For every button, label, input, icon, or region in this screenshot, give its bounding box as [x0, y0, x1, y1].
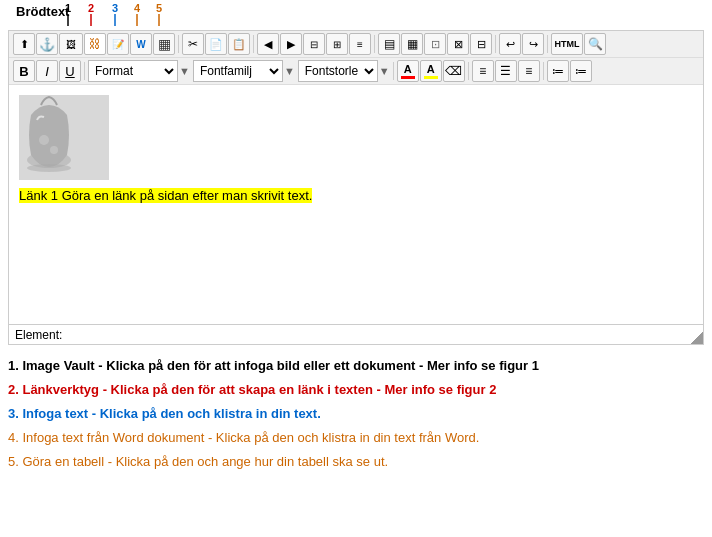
- fontsize-select[interactable]: Fontstorlek: [298, 60, 378, 82]
- table-button[interactable]: ▦: [153, 33, 175, 55]
- cut-button[interactable]: ✂: [182, 33, 204, 55]
- unordered-list-button[interactable]: ≔: [547, 60, 569, 82]
- fontfamily-arrow: ▼: [284, 65, 295, 77]
- info-section: 1. Image Vault - Klicka på den för att i…: [0, 345, 712, 485]
- upload-button[interactable]: ⬆: [13, 33, 35, 55]
- info-line-4: 4. Infoga text från Word dokument - Klic…: [8, 427, 704, 449]
- separator-5: [547, 35, 548, 53]
- separator-4: [495, 35, 496, 53]
- annotation-arrows: 1 2 3 4 5: [60, 0, 260, 30]
- fontsize-arrow: ▼: [379, 65, 390, 77]
- separator-3: [374, 35, 375, 53]
- vase-svg: [19, 95, 109, 180]
- svg-point-9: [27, 164, 71, 172]
- resize-handle[interactable]: [691, 332, 703, 344]
- toolbar-row-2: B I U Format ▼ Fontfamilj ▼ Fontstorlek …: [9, 58, 703, 85]
- editor-area[interactable]: Länk 1 Göra en länk på sidan efter man s…: [8, 85, 704, 345]
- number-4: 4: [134, 2, 141, 14]
- image-vault-button[interactable]: 🖼: [59, 33, 83, 55]
- toolbar-container: ⬆ ⚓ 🖼 ⛓ 📝 W ▦ ✂ 📄 📋: [8, 30, 704, 85]
- paste-button[interactable]: 📋: [228, 33, 250, 55]
- editor-image: [19, 95, 109, 180]
- redo-button[interactable]: ↪: [522, 33, 544, 55]
- align-right-button[interactable]: ≡: [518, 60, 540, 82]
- html-button[interactable]: HTML: [551, 33, 583, 55]
- toolbar-row-1: ⬆ ⚓ 🖼 ⛓ 📝 W ▦ ✂ 📄 📋: [9, 31, 703, 58]
- anchor-button[interactable]: ⚓: [36, 33, 58, 55]
- number-1: 1: [65, 2, 71, 14]
- undo-button[interactable]: ↩: [499, 33, 521, 55]
- fontfamily-select[interactable]: Fontfamilj: [193, 60, 283, 82]
- table4-button[interactable]: ⊡: [424, 33, 446, 55]
- separator-7: [393, 62, 394, 80]
- pagebreak-button[interactable]: ⊟: [303, 33, 325, 55]
- number-5: 5: [156, 2, 162, 14]
- next-button[interactable]: ▶: [280, 33, 302, 55]
- table6-button[interactable]: ⊟: [470, 33, 492, 55]
- info-line-2: 2. Länkverktyg - Klicka på den för att s…: [8, 379, 704, 401]
- prev-button[interactable]: ◀: [257, 33, 279, 55]
- paste-word-button[interactable]: W: [130, 33, 152, 55]
- element-label: Element:: [15, 328, 62, 342]
- italic-button[interactable]: I: [36, 60, 58, 82]
- paste-text-button[interactable]: 📝: [107, 33, 129, 55]
- format-select[interactable]: Format: [88, 60, 178, 82]
- separator-6: [84, 62, 85, 80]
- info-line-5: 5. Göra en tabell - Klicka på den och an…: [8, 451, 704, 473]
- search-button[interactable]: 🔍: [584, 33, 606, 55]
- info-line-1: 1. Image Vault - Klicka på den för att i…: [8, 355, 704, 377]
- anchor2-button[interactable]: ⊞: [326, 33, 348, 55]
- separator-1: [178, 35, 179, 53]
- format-arrow: ▼: [179, 65, 190, 77]
- table3-button[interactable]: ▦: [401, 33, 423, 55]
- table2-button[interactable]: ▤: [378, 33, 400, 55]
- align-left-button[interactable]: ≡: [472, 60, 494, 82]
- svg-point-8: [50, 146, 58, 154]
- separator-2: [253, 35, 254, 53]
- table5-button[interactable]: ⊠: [447, 33, 469, 55]
- separator-9: [543, 62, 544, 80]
- text-color-button[interactable]: A: [397, 60, 419, 82]
- eraser-button[interactable]: ⌫: [443, 60, 465, 82]
- special-button[interactable]: ≡: [349, 33, 371, 55]
- svg-point-7: [39, 135, 49, 145]
- editor-paragraph: Länk 1 Göra en länk på sidan efter man s…: [19, 188, 693, 203]
- separator-8: [468, 62, 469, 80]
- underline-button[interactable]: U: [59, 60, 81, 82]
- highlighted-text: Länk 1 Göra en länk på sidan efter man s…: [19, 188, 312, 203]
- editor-content: Länk 1 Göra en länk på sidan efter man s…: [9, 85, 703, 325]
- element-bar: Element:: [9, 324, 703, 344]
- align-center-button[interactable]: ☰: [495, 60, 517, 82]
- link-tool-button[interactable]: ⛓: [84, 33, 106, 55]
- number-3: 3: [112, 2, 118, 14]
- highlight-color-button[interactable]: A: [420, 60, 442, 82]
- copy-button[interactable]: 📄: [205, 33, 227, 55]
- ordered-list-button[interactable]: ≔: [570, 60, 592, 82]
- info-line-3: 3. Infoga text - Klicka på den och klist…: [8, 403, 704, 425]
- number-2: 2: [88, 2, 94, 14]
- bold-button[interactable]: B: [13, 60, 35, 82]
